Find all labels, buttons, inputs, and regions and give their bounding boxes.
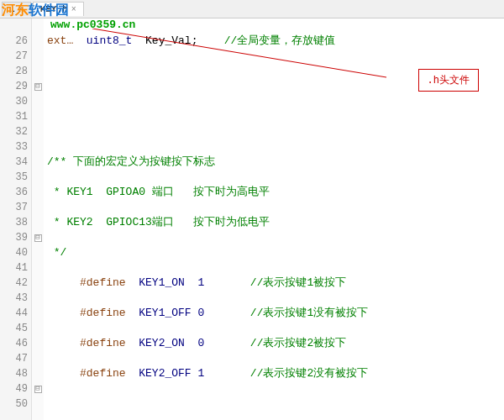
line-number: 47 bbox=[0, 351, 28, 366]
line-number: 32 bbox=[0, 124, 28, 139]
editor-area: .h头文件 26 27 28 29 30 31 32 33 34 35 36 3… bbox=[0, 18, 504, 420]
close-icon[interactable]: × bbox=[18, 5, 24, 14]
line-number: 33 bbox=[0, 139, 28, 155]
close-icon[interactable]: × bbox=[71, 5, 76, 14]
line-number: 37 bbox=[0, 200, 28, 215]
tab-file-1[interactable]: … × bbox=[2, 2, 31, 16]
line-number: 42 bbox=[0, 276, 28, 291]
line-number bbox=[0, 412, 28, 420]
fold-toggle[interactable]: ⊟ bbox=[34, 386, 42, 393]
line-number: 27 bbox=[0, 49, 28, 64]
line-number: 30 bbox=[0, 94, 28, 109]
line-number: 39 bbox=[0, 230, 28, 245]
line-number: 43 bbox=[0, 291, 28, 306]
line-number: 35 bbox=[0, 170, 28, 185]
callout-header-file: .h头文件 bbox=[418, 69, 479, 92]
tab-label: KEY.h bbox=[40, 4, 68, 14]
line-number bbox=[0, 18, 28, 34]
tab-bar: … × KEY.h × bbox=[0, 0, 504, 18]
fold-gutter: ⊟ ⊟ ⊟ bbox=[32, 18, 44, 420]
line-number: 31 bbox=[0, 109, 28, 124]
line-number: 34 bbox=[0, 155, 28, 170]
line-number: 49 bbox=[0, 381, 28, 396]
line-number: 28 bbox=[0, 64, 28, 79]
tab-label: … bbox=[9, 4, 15, 14]
line-number: 48 bbox=[0, 366, 28, 381]
line-number: 26 bbox=[0, 34, 28, 49]
line-number: 36 bbox=[0, 185, 28, 200]
line-number: 44 bbox=[0, 306, 28, 321]
line-number: 38 bbox=[0, 215, 28, 230]
line-number-gutter: 26 27 28 29 30 31 32 33 34 35 36 37 38 3… bbox=[0, 18, 32, 420]
tab-file-key-h[interactable]: KEY.h × bbox=[33, 2, 84, 16]
line-number: 29 bbox=[0, 79, 28, 94]
fold-toggle[interactable]: ⊟ bbox=[34, 234, 42, 242]
line-number: 46 bbox=[0, 336, 28, 351]
line-number: 41 bbox=[0, 260, 28, 276]
line-number: 40 bbox=[0, 245, 28, 260]
line-number: 45 bbox=[0, 321, 28, 336]
fold-toggle[interactable]: ⊟ bbox=[34, 83, 42, 91]
line-number: 50 bbox=[0, 396, 28, 412]
